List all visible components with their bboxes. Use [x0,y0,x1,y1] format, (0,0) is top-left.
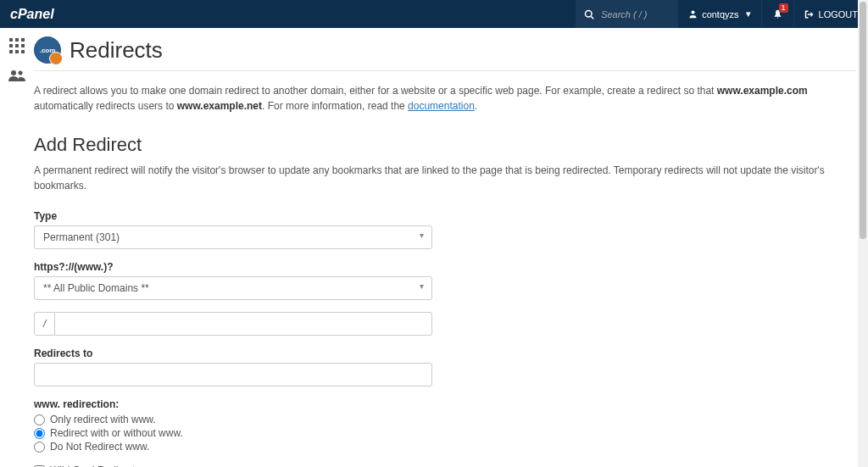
radio-with-without-www[interactable]: Redirect with or without www. [34,427,432,439]
search-box[interactable] [576,0,677,28]
radio-label: Redirect with or without www. [50,427,183,439]
svg-rect-6 [9,44,13,47]
svg-rect-11 [21,50,25,53]
documentation-link[interactable]: documentation [408,100,475,112]
scrollbar[interactable] [858,0,868,467]
radio-only-www[interactable]: Only redirect with www. [34,414,432,425]
add-redirect-form: Type Permanent (301) https?://(www.)? **… [34,210,432,467]
desc-text: automatically redirects users to [34,100,177,112]
logout-icon [804,9,815,19]
section-desc: A permanent redirect will notify the vis… [34,163,856,193]
redirects-to-label: Redirects to [34,347,432,359]
logo[interactable]: cPanel [10,7,54,22]
svg-rect-7 [15,44,19,47]
path-prefix: / [34,312,55,336]
svg-rect-3 [9,38,13,42]
svg-point-12 [11,70,16,75]
desc-bold: www.example.com [717,85,808,97]
sidebar [0,28,34,467]
grid-icon[interactable] [9,38,25,56]
svg-point-13 [19,71,23,75]
page-header: .com Redirects [34,36,856,71]
redirects-icon: .com [34,36,61,64]
svg-rect-5 [21,38,25,42]
caret-down-icon: ▾ [746,8,751,19]
svg-rect-8 [21,44,25,47]
notif-badge: 1 [779,3,788,13]
radio-input[interactable] [34,414,45,425]
search-icon [584,9,594,19]
domain-select[interactable]: ** All Public Domains ** [34,276,432,300]
desc-text: . [475,100,477,112]
radio-input[interactable] [34,442,45,453]
desc-bold: www.example.net [177,100,262,112]
scrollbar-thumb[interactable] [860,2,866,239]
topbar: cPanel contqyzs ▾ 1 LOGOUT [0,0,868,28]
page-title: Redirects [70,37,163,64]
svg-rect-4 [15,38,19,42]
https-label: https?://(www.)? [34,261,432,273]
desc-text: A redirect allows you to make one domain… [34,85,717,97]
type-label: Type [34,210,432,222]
radio-no-redirect-www[interactable]: Do Not Redirect www. [34,441,432,453]
notifications[interactable]: 1 [761,0,793,28]
section-title: Add Redirect [34,134,856,156]
radio-label: Do Not Redirect www. [50,441,149,453]
desc-text: . For more information, read the [262,100,408,112]
main-content: .com Redirects A redirect allows you to … [34,28,868,467]
svg-rect-10 [15,50,19,53]
users-icon[interactable] [8,69,25,84]
svg-line-1 [591,16,593,19]
path-input[interactable] [55,312,432,336]
logo-text: cPanel [10,7,54,22]
redirects-to-input[interactable] [34,363,432,386]
user-icon [688,9,698,19]
svg-point-2 [692,10,695,14]
logout-label: LOGOUT [819,9,858,19]
svg-point-0 [586,10,593,17]
search-input[interactable] [601,9,652,19]
radio-label: Only redirect with www. [50,414,156,425]
user-menu[interactable]: contqyzs ▾ [677,0,760,28]
svg-rect-9 [9,50,13,53]
page-description: A redirect allows you to make one domain… [34,83,856,114]
radio-input[interactable] [34,428,45,439]
logout-button[interactable]: LOGOUT [793,0,868,28]
www-redirection-label: www. redirection: [34,398,432,410]
type-select[interactable]: Permanent (301) [34,225,432,249]
username: contqyzs [702,9,738,19]
